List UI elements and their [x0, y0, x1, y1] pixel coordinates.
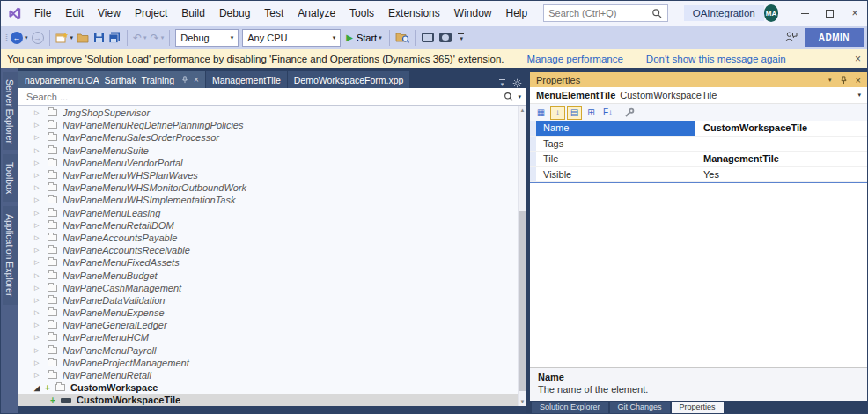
tool-tab-server-explorer[interactable]: Server Explorer [3, 72, 18, 150]
expander-collapsed-icon[interactable]: ▷ [34, 196, 45, 203]
editor-tab-ManagementTile[interactable]: ManagementTile [206, 71, 287, 88]
scroll-down-icon[interactable]: ▼ [519, 397, 526, 406]
expander-collapsed-icon[interactable]: ▷ [34, 122, 45, 129]
form-preview-icon[interactable] [422, 33, 434, 42]
tree-item-NavPaneMenuReqDefinePlanningPolicies[interactable]: ▷NavPaneMenuReqDefinePlanningPolicies [18, 119, 518, 131]
property-row-tags[interactable]: Tags [530, 137, 867, 152]
notification-close-icon[interactable]: × [855, 53, 861, 65]
toolbar-grip[interactable]: ⁞⁞ [5, 33, 6, 42]
expander-collapsed-icon[interactable]: ▷ [34, 109, 45, 116]
tool-tab-application-explorer[interactable]: Application Explorer [3, 206, 18, 305]
toolbar-overflow-button[interactable]: ▾ [458, 33, 464, 42]
navigate-back-button[interactable]: ←▾ [9, 28, 30, 48]
tree-item-NavPaneMenuVendorPortal[interactable]: ▷NavPaneMenuVendorPortal [18, 157, 518, 169]
scrollbar-thumb[interactable] [519, 211, 526, 391]
tree-item-NavPaneCashManagement[interactable]: ▷NavPaneCashManagement [18, 282, 518, 294]
expander-collapsed-icon[interactable]: ▷ [34, 285, 45, 292]
tree-item-CustomWorkspaceTile[interactable]: +CustomWorkspaceTile [18, 394, 518, 406]
property-row-tile[interactable]: TileManagementTile [530, 152, 867, 167]
menu-view[interactable]: View [91, 4, 128, 22]
properties-page-icon[interactable]: ▤ [567, 106, 582, 120]
expander-collapsed-icon[interactable]: ▷ [34, 147, 45, 154]
open-folder-button[interactable] [75, 28, 92, 48]
expander-collapsed-icon[interactable]: ▷ [34, 247, 45, 254]
expander-collapsed-icon[interactable]: ▷ [34, 309, 45, 316]
editor-tab-DemoWorkspaceForm.xpp[interactable]: DemoWorkspaceForm.xpp [288, 71, 410, 88]
tree-item-NavPaneAccountsPayable[interactable]: ▷NavPaneAccountsPayable [18, 232, 518, 244]
window-position-icon[interactable]: ▾ [828, 77, 832, 84]
close-tab-icon[interactable]: × [194, 75, 199, 85]
property-name[interactable]: Tile [536, 152, 695, 166]
categorized-icon[interactable]: ▦ [533, 106, 548, 120]
bottom-tab-properties[interactable]: Properties [672, 402, 724, 413]
new-project-button[interactable]: ▾ [54, 28, 76, 48]
menu-file[interactable]: File [27, 4, 58, 22]
pin-icon[interactable] [181, 76, 188, 84]
horizontal-scroll-strip[interactable] [18, 406, 526, 413]
find-in-files-button[interactable] [394, 28, 411, 48]
alphabetical-sort-icon[interactable]: ↓ [550, 106, 565, 120]
tree-item-NavPaneMenuLeasing[interactable]: ▷NavPaneMenuLeasing [18, 207, 518, 219]
menu-debug[interactable]: Debug [212, 4, 257, 22]
tree-item-NavPaneProjectManagement[interactable]: ▷NavPaneProjectManagement [18, 357, 518, 369]
tree-item-NavPaneMenuWHSPlanWaves[interactable]: ▷NavPaneMenuWHSPlanWaves [18, 169, 518, 181]
tree-item-NavPaneMenuPayroll[interactable]: ▷NavPaneMenuPayroll [18, 344, 518, 357]
tool-tab-toolbox[interactable]: Toolbox [3, 154, 18, 202]
dont-show-again-link[interactable]: Don't show this message again [646, 54, 786, 64]
pin-icon[interactable] [840, 76, 848, 85]
object-selector-dropdown[interactable]: MenuElementTile CustomWorkspaceTile ▾ [530, 87, 867, 104]
screenshot-icon[interactable] [439, 33, 452, 42]
editor-tab-navpanemenu.OA_Sarthak_Training[interactable]: navpanemenu.OA_Sarthak_Training× [18, 71, 205, 88]
tree-item-NavPaneMenuHCM[interactable]: ▷NavPaneMenuHCM [18, 331, 518, 344]
start-debug-button[interactable]: ▶Start▾ [342, 33, 385, 43]
maximize-button[interactable] [818, 1, 842, 26]
wrench-icon[interactable] [624, 107, 635, 118]
expander-collapsed-icon[interactable]: ▷ [34, 372, 45, 379]
account-avatar[interactable]: MA [764, 4, 779, 22]
expander-collapsed-icon[interactable]: ▷ [34, 297, 45, 304]
admin-button[interactable]: ADMIN [805, 28, 864, 47]
tree-item-NavPaneMenuWHSImplementationTask[interactable]: ▷NavPaneMenuWHSImplementationTask [18, 194, 518, 206]
menu-analyze[interactable]: Analyze [291, 4, 342, 22]
property-value[interactable]: Yes [695, 167, 867, 182]
expander-collapsed-icon[interactable]: ▷ [34, 272, 45, 279]
expander-collapsed-icon[interactable]: ▷ [34, 172, 45, 179]
expander-collapsed-icon[interactable]: ▷ [34, 222, 45, 229]
property-row-name[interactable]: NameCustomWorkspaceTile [530, 121, 867, 137]
menu-window[interactable]: Window [447, 4, 499, 22]
redo-button[interactable]: ↷▾ [149, 28, 166, 48]
tree-item-NavPaneMenuSalesOrderProcessor[interactable]: ▷NavPaneMenuSalesOrderProcessor [18, 131, 518, 144]
expander-collapsed-icon[interactable]: ▷ [34, 259, 45, 266]
property-value[interactable] [695, 137, 867, 152]
menu-project[interactable]: Project [128, 4, 174, 22]
expander-collapsed-icon[interactable]: ▷ [34, 134, 45, 141]
expander-collapsed-icon[interactable]: ▷ [34, 334, 45, 341]
save-all-button[interactable] [107, 28, 123, 48]
menu-tools[interactable]: Tools [342, 4, 381, 22]
property-value[interactable]: ManagementTile [695, 152, 867, 166]
tree-search-input[interactable]: Search ... ▾ [18, 88, 526, 106]
close-button[interactable]: × [842, 1, 867, 26]
expander-collapsed-icon[interactable]: ▷ [34, 159, 45, 166]
tree-item-NavPaneDataValidation[interactable]: ▷NavPaneDataValidation [18, 294, 518, 307]
expander-collapsed-icon[interactable]: ▷ [34, 184, 45, 191]
minimize-button[interactable] [792, 1, 817, 26]
send-feedback-icon[interactable] [784, 31, 798, 44]
undo-button[interactable]: ↶▾ [131, 28, 149, 48]
bottom-tab-solution-explorer[interactable]: Solution Explorer [532, 402, 608, 413]
tree-item-NavPaneMenuFixedAssets[interactable]: ▷NavPaneMenuFixedAssets [18, 256, 518, 269]
solution-platform-dropdown[interactable]: Any CPU▾ [242, 29, 341, 47]
tree-item-CustomWorkspace[interactable]: ◢+CustomWorkspace [18, 381, 518, 394]
tree-item-NavPaneMenuRetailDOM[interactable]: ▷NavPaneMenuRetailDOM [18, 219, 518, 232]
menu-test[interactable]: Test [257, 4, 291, 22]
tree-item-NavPaneMenuWHSMonitorOutboundWork[interactable]: ▷NavPaneMenuWHSMonitorOutboundWork [18, 181, 518, 194]
tree-item-NavPaneMenuSuite[interactable]: ▷NavPaneMenuSuite [18, 144, 518, 157]
tree-item-NavPaneAccountsReceivable[interactable]: ▷NavPaneAccountsReceivable [18, 244, 518, 256]
bottom-tab-git-changes[interactable]: Git Changes [610, 402, 670, 413]
sort-order-icon[interactable]: F↓ [600, 106, 615, 120]
tree-vertical-scrollbar[interactable]: ▲ ▼ [518, 106, 526, 406]
menu-extensions[interactable]: Extensions [381, 4, 447, 22]
tree-item-NavPaneGeneralLedger[interactable]: ▷NavPaneGeneralLedger [18, 319, 518, 331]
expander-collapsed-icon[interactable]: ▷ [34, 322, 45, 329]
project-badge[interactable]: OAIntegration [684, 5, 764, 21]
